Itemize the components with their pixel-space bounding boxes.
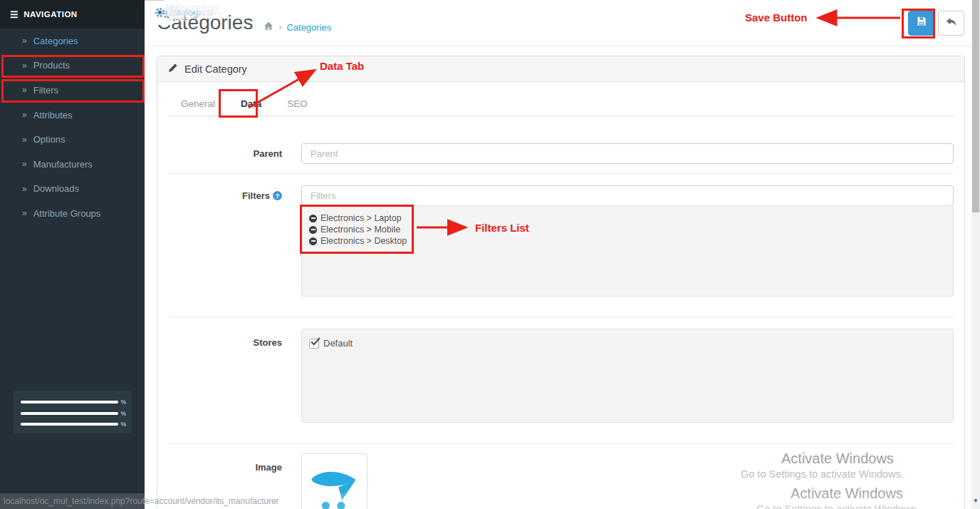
sidebar-item-products[interactable]: » Products (0, 53, 145, 78)
form-row-stores: Stores Default (168, 317, 954, 444)
sidebar-item-my-store[interactable]: My Store › (145, 0, 165, 25)
scrollbar-thumb[interactable] (972, 0, 979, 212)
filter-item-label: Electronics > Laptop (320, 213, 402, 223)
floppy-save-icon (916, 16, 927, 30)
tab-general[interactable]: General (168, 92, 228, 115)
sidebar-item-label: Categories (33, 36, 78, 46)
gear-icon (155, 7, 165, 18)
stat-row: % (21, 421, 126, 428)
sidebar-item-label: Attribute Groups (33, 208, 101, 219)
save-button[interactable] (908, 11, 934, 36)
remove-minus-icon[interactable] (309, 237, 317, 245)
filters-list: Electronics > Laptop Electronics > Mobil… (301, 205, 954, 297)
chevron-right-icon: › (218, 8, 221, 18)
sub-arrow-icon: » (22, 135, 27, 145)
stat-percent-label: % (120, 410, 126, 417)
home-icon[interactable] (264, 21, 273, 33)
sub-arrow-icon: » (22, 110, 27, 120)
stores-label: Stores (168, 329, 282, 423)
parent-label: Parent (168, 143, 282, 164)
store-option-label: Default (323, 338, 353, 349)
sidebar-item-label: Manufacturers (33, 159, 93, 170)
stat-row: % (21, 410, 126, 417)
sidebar-item-label: Filters (33, 85, 58, 96)
main-content: Categories › Categories (145, 0, 980, 509)
sidebar-item-label: My Store (165, 2, 188, 24)
sidebar-item-options[interactable]: » Options (0, 127, 145, 152)
filter-item-label: Electronics > Mobile (320, 225, 400, 235)
stat-bar (21, 423, 118, 426)
browser-status-url: localhost/oc_mul_test/index.php?route=ac… (4, 496, 279, 506)
sidebar-item-attributes[interactable]: » Attributes (0, 103, 145, 128)
panel-heading: Edit Category (157, 56, 964, 82)
stat-bar (21, 412, 118, 415)
sub-arrow-icon: » (22, 159, 27, 169)
page-header: Categories › Categories (145, 0, 980, 46)
sub-arrow-icon: » (22, 184, 27, 194)
filter-list-item[interactable]: Electronics > Laptop (309, 212, 946, 224)
sidebar-item-filters[interactable]: » Filters (0, 78, 145, 103)
filters-label: Filters? (168, 185, 282, 297)
sidebar-item-label: Attributes (33, 110, 73, 120)
stat-bar (21, 401, 118, 403)
breadcrumb: › Categories (264, 21, 331, 33)
sub-arrow-icon: » (22, 61, 27, 71)
sub-arrow-icon: » (22, 208, 27, 218)
sidebar-item-manufacturers[interactable]: » Manufacturers (0, 152, 145, 177)
sub-arrow-icon: » (22, 36, 27, 46)
header-actions (908, 11, 964, 36)
store-option-row[interactable]: Default (309, 338, 946, 349)
stat-percent-label: % (120, 421, 126, 428)
tab-data[interactable]: Data (228, 92, 274, 115)
filter-list-item[interactable]: Electronics > Mobile (309, 224, 946, 235)
sidebar-item-attribute-groups[interactable]: » Attribute Groups (0, 201, 145, 226)
tab-seo[interactable]: SEO (274, 92, 320, 115)
reply-arrow-icon (945, 16, 957, 30)
stat-row: % (21, 399, 126, 406)
form-row-parent: Parent (168, 116, 954, 174)
parent-input[interactable] (301, 143, 954, 164)
sidebar-header: ☰ NAVIGATION (0, 0, 145, 29)
filters-input[interactable] (301, 185, 954, 206)
remove-minus-icon[interactable] (309, 226, 317, 234)
filters-label-text: Filters (242, 190, 270, 201)
help-question-icon[interactable]: ? (273, 191, 282, 200)
panel-title: Edit Category (184, 63, 247, 75)
scrollbar-down-arrow-icon[interactable]: ▼ (971, 498, 980, 504)
edit-category-panel: Edit Category General Data SEO Parent Fi… (157, 56, 965, 509)
sidebar-item-label: Downloads (33, 183, 79, 194)
pencil-icon (168, 63, 178, 75)
stores-box: Default (301, 329, 954, 423)
filter-item-label: Electronics > Desktop (320, 236, 407, 246)
stat-percent-label: % (120, 399, 126, 406)
sidebar: ☰ NAVIGATION Dashboard Catalog › » Categ… (0, 0, 145, 509)
hamburger-icon: ☰ (10, 9, 19, 20)
checked-checkbox-icon[interactable] (309, 339, 319, 349)
vertical-scrollbar[interactable]: ▼ (971, 0, 980, 509)
filter-list-item[interactable]: Electronics > Desktop (309, 235, 946, 247)
breadcrumb-separator: › (278, 22, 281, 32)
back-button[interactable] (938, 11, 964, 36)
tab-bar: General Data SEO (168, 92, 954, 116)
sidebar-item-categories[interactable]: » Categories (0, 29, 145, 53)
sidebar-item-label: Products (33, 60, 70, 71)
sidebar-header-label: NAVIGATION (24, 10, 78, 19)
sidebar-item-downloads[interactable]: » Downloads (0, 177, 145, 202)
panel-body: General Data SEO Parent Filters? (157, 92, 964, 509)
chevron-right-icon: › (214, 8, 217, 18)
chevron-right-icon: › (188, 8, 191, 18)
sub-arrow-icon: » (22, 85, 27, 95)
sidebar-item-label: Options (33, 134, 66, 145)
sidebar-stats-widget: % % % (14, 391, 132, 433)
breadcrumb-current[interactable]: Categories (286, 22, 331, 33)
form-row-filters: Filters? Electronics > Laptop Electronic… (168, 174, 954, 317)
remove-minus-icon[interactable] (309, 215, 317, 222)
